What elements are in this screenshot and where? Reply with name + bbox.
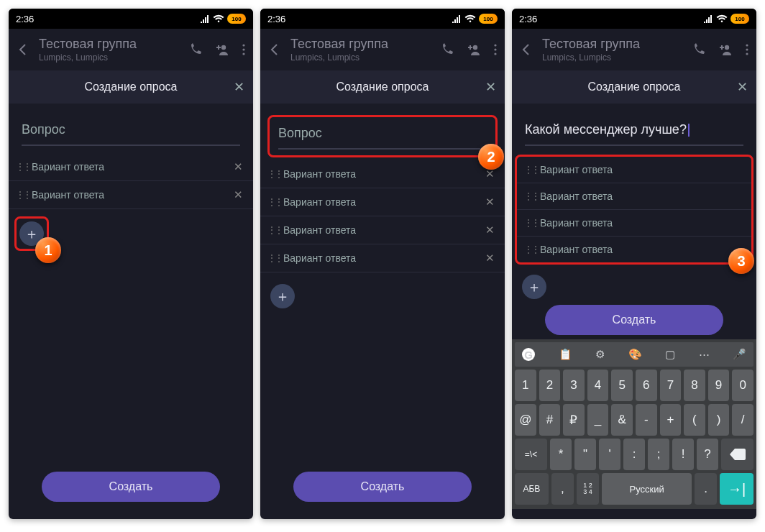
option-row[interactable]: Вариант ответа ✕ (260, 244, 505, 272)
remove-option-icon[interactable]: ✕ (484, 252, 496, 265)
key-8[interactable]: 8 (684, 370, 705, 401)
settings-icon[interactable]: ⚙ (595, 348, 605, 361)
battery-icon: 100 (227, 14, 246, 24)
key-9[interactable]: 9 (708, 370, 730, 401)
key-numeric[interactable]: 1 23 4 (577, 473, 599, 505)
key-7[interactable]: 7 (660, 370, 682, 401)
drag-handle-icon[interactable] (524, 165, 533, 175)
key-([interactable]: ( (684, 404, 705, 436)
svg-point-2 (242, 48, 244, 50)
create-button[interactable]: Создать (42, 472, 220, 502)
google-icon[interactable]: G (522, 348, 535, 361)
key-4[interactable]: 4 (587, 370, 609, 401)
create-button[interactable]: Создать (293, 472, 472, 502)
remove-option-icon[interactable]: ✕ (484, 224, 496, 237)
key-)[interactable]: ) (708, 404, 730, 436)
key-"[interactable]: " (574, 439, 596, 470)
remove-option-icon[interactable]: ✕ (232, 188, 244, 201)
close-icon[interactable]: ✕ (737, 79, 748, 95)
more-icon[interactable] (745, 42, 749, 57)
add-option-button[interactable]: ＋ (270, 284, 295, 308)
call-icon[interactable] (440, 42, 454, 57)
key-*[interactable]: * (550, 439, 572, 470)
drag-handle-icon[interactable] (267, 253, 276, 263)
remove-option-icon[interactable]: ✕ (232, 160, 244, 173)
key-comma[interactable]: , (551, 473, 574, 505)
option-row[interactable]: Вариант ответа (517, 210, 751, 237)
status-bar: 2:36 100 (512, 9, 756, 29)
key-5[interactable]: 5 (611, 370, 633, 401)
option-row[interactable]: Вариант ответа ✕ (260, 160, 505, 188)
option-row[interactable]: Вариант ответа (517, 157, 751, 183)
back-icon[interactable] (16, 42, 32, 57)
key-;[interactable]: ; (648, 439, 669, 470)
sticker-icon[interactable]: ▢ (665, 348, 675, 361)
chat-title-block[interactable]: Тестовая группа Lumpics, Lumpics (542, 37, 684, 63)
mic-icon[interactable]: 🎤 (733, 348, 746, 361)
drag-handle-icon[interactable] (267, 169, 276, 179)
chat-title-block[interactable]: Тестовая группа Lumpics, Lumpics (39, 37, 181, 63)
key--[interactable]: - (636, 404, 657, 436)
back-icon[interactable] (519, 42, 535, 57)
key-symbols-shift[interactable]: =\< (515, 439, 547, 470)
key-backspace[interactable] (721, 439, 753, 470)
drag-handle-icon[interactable] (16, 162, 24, 172)
call-icon[interactable] (188, 42, 203, 57)
key-_[interactable]: _ (587, 404, 609, 436)
option-row[interactable]: Вариант ответа ✕ (260, 188, 505, 216)
add-option-button[interactable]: ＋ (522, 275, 546, 299)
question-input[interactable]: Вопрос (22, 118, 240, 146)
status-bar: 2:36 100 (9, 9, 253, 29)
drag-handle-icon[interactable] (267, 225, 276, 235)
call-icon[interactable] (692, 42, 706, 57)
key-:[interactable]: : (623, 439, 645, 470)
add-user-icon[interactable] (466, 42, 482, 57)
highlight-options: Вариант ответа Вариант ответа Вариант от… (515, 155, 753, 265)
kb-more-icon[interactable]: ⋯ (699, 348, 710, 361)
close-icon[interactable]: ✕ (485, 79, 496, 95)
option-row[interactable]: Вариант ответа ✕ (9, 153, 253, 181)
option-row[interactable]: Вариант ответа (517, 183, 751, 210)
key-1[interactable]: 1 (515, 370, 536, 401)
clipboard-icon[interactable]: 📋 (559, 348, 572, 361)
option-row[interactable]: Вариант ответа (517, 237, 751, 262)
svg-point-8 (725, 45, 729, 50)
key-?[interactable]: ? (697, 439, 718, 470)
key-abc[interactable]: АБВ (515, 473, 549, 505)
key-@[interactable]: @ (515, 404, 536, 436)
question-input[interactable]: Какой мессенджер лучше? (525, 118, 743, 146)
key-2[interactable]: 2 (539, 370, 561, 401)
more-icon[interactable] (242, 42, 246, 57)
key-6[interactable]: 6 (636, 370, 657, 401)
question-input[interactable]: Вопрос (278, 121, 487, 150)
key-space[interactable]: Русский (602, 473, 692, 505)
more-icon[interactable] (493, 42, 498, 57)
key-enter[interactable]: →| (720, 473, 753, 505)
chat-title-block[interactable]: Тестовая группа Lumpics, Lumpics (290, 37, 433, 63)
key-'[interactable]: ' (599, 439, 620, 470)
key-3[interactable]: 3 (563, 370, 585, 401)
key-#[interactable]: # (539, 404, 561, 436)
add-user-icon[interactable] (718, 42, 733, 57)
drag-handle-icon[interactable] (524, 244, 533, 254)
option-row[interactable]: Вариант ответа ✕ (260, 216, 505, 244)
add-user-icon[interactable] (214, 42, 230, 57)
back-icon[interactable] (267, 42, 283, 57)
drag-handle-icon[interactable] (16, 190, 24, 200)
option-row[interactable]: Вариант ответа ✕ (9, 181, 253, 209)
palette-icon[interactable]: 🎨 (628, 348, 642, 361)
drag-handle-icon[interactable] (524, 191, 533, 201)
key-/[interactable]: / (732, 404, 753, 436)
drag-handle-icon[interactable] (524, 218, 533, 228)
remove-option-icon[interactable]: ✕ (484, 196, 496, 208)
key-₽[interactable]: ₽ (563, 404, 585, 436)
key-+[interactable]: + (660, 404, 682, 436)
key-![interactable]: ! (672, 439, 694, 470)
create-button[interactable]: Создать (545, 305, 723, 335)
key-0[interactable]: 0 (732, 370, 753, 401)
key-period[interactable]: . (695, 473, 717, 505)
close-icon[interactable]: ✕ (234, 79, 244, 95)
status-time: 2:36 (519, 14, 537, 24)
key-&[interactable]: & (611, 404, 633, 436)
drag-handle-icon[interactable] (267, 197, 276, 207)
